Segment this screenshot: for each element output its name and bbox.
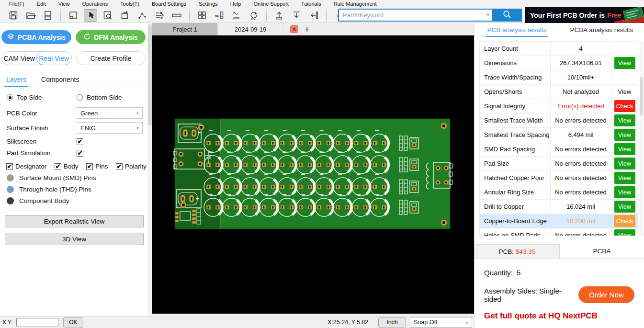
measure-icon[interactable] xyxy=(170,9,183,22)
zoom-select-icon[interactable] xyxy=(101,9,114,22)
full-quote-link[interactable]: Get full quote at HQ NextPCB xyxy=(484,311,644,321)
ipc-netlist-icon[interactable]: IPC xyxy=(247,9,260,22)
analysis-row-value: 10/10mil+ xyxy=(551,70,611,84)
tab-project-1[interactable]: Project 1 xyxy=(152,23,218,35)
analysis-row-label: Dimensions xyxy=(480,56,551,70)
menu-board-settings[interactable]: Board Settings xyxy=(146,1,192,7)
impedance-icon[interactable]: Ohm xyxy=(230,9,243,22)
view-link[interactable]: View xyxy=(618,88,632,95)
view-button[interactable]: View xyxy=(614,129,635,141)
view-button[interactable]: View xyxy=(614,172,635,184)
layer-stackup-icon[interactable]: NO xyxy=(213,9,226,22)
open-icon[interactable] xyxy=(24,9,37,22)
view-button[interactable]: View xyxy=(614,114,635,126)
flag-polarity[interactable]: ✔Polarity xyxy=(116,163,147,170)
radio-bottom-side-control[interactable] xyxy=(77,94,83,101)
select-tool-icon[interactable] xyxy=(84,9,97,22)
unit-toggle-button[interactable]: Inch xyxy=(378,317,406,328)
pcb-canvas[interactable] xyxy=(152,35,474,314)
flag-body[interactable]: ✔Body xyxy=(55,163,79,170)
view-3d-button[interactable]: 3D View xyxy=(5,233,144,245)
flag-designator[interactable]: ✔Designator xyxy=(6,163,46,170)
order-now-button[interactable]: Order Now xyxy=(578,286,634,303)
tab-layers[interactable]: Layers xyxy=(6,76,26,83)
pcba-analysis-button[interactable]: PCBA Analysis xyxy=(1,30,71,44)
search-dropdown-caret-icon[interactable]: ▾ xyxy=(486,11,489,18)
flag-polarity-checkbox[interactable]: ✔ xyxy=(116,163,123,170)
quote-tab-pcba[interactable]: PCBA xyxy=(560,244,644,258)
board-rotate-icon[interactable] xyxy=(118,9,132,22)
flag-pins-checkbox[interactable]: ✔ xyxy=(86,163,93,170)
flag-pins[interactable]: ✔Pins xyxy=(86,163,108,170)
svg-text:Ohm: Ohm xyxy=(233,16,239,19)
menu-view[interactable]: View xyxy=(52,1,76,7)
menu-edit[interactable]: Edit xyxy=(31,1,52,7)
menu-tutorials[interactable]: Tutorials xyxy=(295,1,328,7)
tab-dated-project[interactable]: 2024-09-19 xyxy=(218,23,283,35)
export-file-icon[interactable] xyxy=(272,9,286,22)
analysis-row-smd-pad-spacing: SMD Pad SpacingNo errors detectedView xyxy=(480,142,638,157)
flag-designator-checkbox[interactable]: ✔ xyxy=(6,163,13,170)
close-tab-icon[interactable]: ✕ xyxy=(290,25,298,33)
pcb-color-dropdown[interactable]: Green ▾ xyxy=(77,107,143,119)
legend-through-hole-thd-pins: Through-hole (THD) Pins xyxy=(7,186,152,193)
save-icon[interactable] xyxy=(7,9,20,22)
check-button[interactable]: Check xyxy=(614,215,635,227)
board-frame-icon[interactable] xyxy=(67,9,80,22)
analysis-scrollbar[interactable] xyxy=(640,41,644,236)
tab-components[interactable]: Components xyxy=(41,76,79,83)
tab-pcba-analysis-results[interactable]: PCBA analysis results xyxy=(559,26,644,34)
center-area: Project 1 2024-09-19 ✕ + xyxy=(152,23,474,314)
left-panel-tabs: Layers Components xyxy=(6,76,152,87)
silkscreen-checkbox[interactable]: ✔ xyxy=(77,138,83,145)
menu-operations[interactable]: Operations xyxy=(76,1,114,7)
menu-tools-t[interactable]: Tools(T) xyxy=(114,1,146,7)
net-probe-icon[interactable] xyxy=(136,9,149,22)
surface-finish-dropdown[interactable]: ENIG ▾ xyxy=(77,122,143,134)
view-button[interactable]: View xyxy=(614,186,635,198)
radio-top-side[interactable]: Top Side xyxy=(7,94,77,101)
analysis-row-value: Not analyzed xyxy=(551,85,611,99)
menu-settings[interactable]: Settings xyxy=(192,1,224,7)
export-pdf-icon[interactable]: PDF xyxy=(41,9,55,22)
search-button[interactable] xyxy=(492,9,522,22)
analysis-row-value: 4 xyxy=(551,42,611,56)
analysis-row-action: View xyxy=(611,200,638,214)
view-button[interactable]: View xyxy=(614,229,635,236)
part-simulation-checkbox[interactable]: ✔ xyxy=(77,150,83,157)
left-panel-scrollbar[interactable] xyxy=(147,23,152,316)
real-view-button[interactable]: Real View xyxy=(36,51,72,65)
analysis-row-label: Signal Integrity xyxy=(480,99,551,113)
promo-banner[interactable]: Your First PCB Order is Free xyxy=(525,7,644,23)
left-panel-scrollbar-thumb[interactable] xyxy=(148,24,152,125)
view-button[interactable]: View xyxy=(614,143,635,155)
quote-tab-pcb[interactable]: PCB: $43.35 xyxy=(475,244,560,258)
menu-file-f[interactable]: File(F) xyxy=(3,1,31,7)
cam-view-button[interactable]: CAM View xyxy=(2,52,37,65)
view-button[interactable]: View xyxy=(614,201,635,213)
panelize-icon[interactable] xyxy=(195,9,209,22)
ok-button[interactable]: OK xyxy=(63,317,83,328)
create-profile-button[interactable]: Create Profile xyxy=(76,51,146,65)
export-realistic-view-button[interactable]: Export Realistic View xyxy=(5,215,144,227)
add-tab-icon[interactable]: + xyxy=(304,23,310,35)
radio-bottom-side[interactable]: Bottom Side xyxy=(77,94,147,101)
tab-pcb-analysis-results[interactable]: PCB analysis results xyxy=(475,26,559,34)
view-button[interactable]: View xyxy=(614,158,635,170)
layers-stack-icon xyxy=(7,33,14,42)
flag-body-checkbox[interactable]: ✔ xyxy=(55,163,61,170)
menu-online-support[interactable]: Online Support xyxy=(247,1,294,7)
xy-input[interactable] xyxy=(16,318,58,327)
part-search-input[interactable] xyxy=(339,10,492,21)
menu-help[interactable]: Help xyxy=(224,1,248,7)
net-list-icon[interactable] xyxy=(153,9,166,22)
view-button[interactable]: View xyxy=(614,57,635,69)
radio-top-side-control[interactable] xyxy=(7,94,13,101)
check-button[interactable]: Check xyxy=(614,100,635,112)
snap-mode-dropdown[interactable]: Snap Off ▾ xyxy=(410,317,472,328)
pan-left-icon[interactable] xyxy=(307,9,320,22)
dfm-analysis-button[interactable]: DFM Analysis xyxy=(76,30,146,44)
analysis-scrollbar-thumb[interactable] xyxy=(640,77,643,116)
import-file-icon[interactable] xyxy=(290,9,303,22)
menu-rule-management[interactable]: Rule Management xyxy=(328,1,383,7)
